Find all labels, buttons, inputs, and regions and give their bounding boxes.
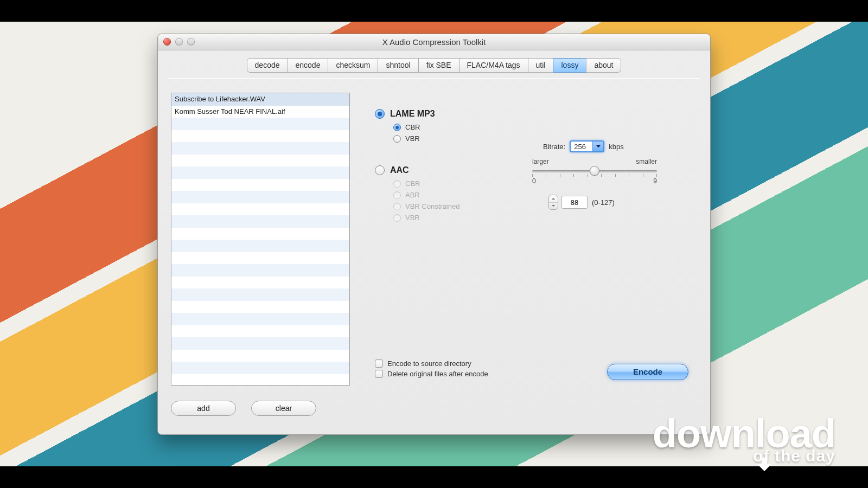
tab-about[interactable]: about <box>586 58 621 73</box>
lame-cbr-radio[interactable]: CBR <box>393 123 697 131</box>
list-item <box>171 374 349 386</box>
encoder-lame-radio[interactable]: LAME MP3 <box>375 109 697 119</box>
titlebar[interactable]: X Audio Compression Toolkit <box>158 34 710 50</box>
checkbox-icon <box>375 370 383 378</box>
radio-disabled-icon <box>393 214 401 222</box>
list-item <box>171 264 349 277</box>
delete-original-label: Delete original files after encode <box>387 370 488 378</box>
slider-left-label: larger <box>532 158 549 165</box>
slider-max: 9 <box>653 177 657 185</box>
list-item <box>171 240 349 252</box>
zoom-icon[interactable] <box>187 38 195 46</box>
tab-util[interactable]: util <box>528 58 554 73</box>
window-title: X Audio Compression Toolkit <box>382 37 486 47</box>
app-window: X Audio Compression Toolkit decodeencode… <box>157 34 711 435</box>
list-item <box>171 215 349 228</box>
chevron-down-icon[interactable] <box>549 203 558 210</box>
list-item <box>171 252 349 265</box>
aac-abr-label: ABR <box>405 191 420 199</box>
aac-vbr-radio: VBR <box>393 214 697 222</box>
minimize-icon[interactable] <box>175 38 183 46</box>
encoder-lame-label: LAME MP3 <box>390 109 435 119</box>
tab-lossy[interactable]: lossy <box>553 58 586 73</box>
list-item <box>171 118 349 130</box>
list-item <box>171 166 349 179</box>
quality-range-label: (0-127) <box>592 198 615 207</box>
aac-vbr-label: VBR <box>405 214 420 222</box>
slider-min: 0 <box>532 177 536 185</box>
list-item <box>171 228 349 240</box>
list-item <box>171 203 349 216</box>
radio-disabled-icon <box>393 191 401 199</box>
download-of-the-day-watermark: download of the day <box>653 419 835 462</box>
aac-vbrc-label: VBR Constrained <box>405 202 459 210</box>
chevron-down-icon <box>592 142 603 151</box>
list-item <box>171 350 349 362</box>
letterbox-top <box>0 0 868 22</box>
slider-thumb-icon[interactable] <box>590 166 599 176</box>
traffic-lights <box>163 38 195 46</box>
list-item <box>171 179 349 191</box>
tab-encode[interactable]: encode <box>288 58 329 73</box>
radio-selected-icon <box>393 124 401 131</box>
encode-button[interactable]: Encode <box>607 364 688 380</box>
tab-decode[interactable]: decode <box>247 58 288 73</box>
content-area: Subscribe to Lifehacker.WAVKomm Susser T… <box>158 82 710 434</box>
chevron-up-icon[interactable] <box>549 195 558 203</box>
radio-disabled-icon <box>393 180 401 188</box>
list-item <box>171 155 349 167</box>
quality-input[interactable] <box>561 196 588 209</box>
separator <box>168 78 700 79</box>
list-item <box>171 362 349 374</box>
radio-unselected-icon <box>375 165 385 175</box>
tab-shntool[interactable]: shntool <box>378 58 418 73</box>
close-icon[interactable] <box>163 38 171 46</box>
list-item <box>171 277 349 289</box>
bitrate-label: Bitrate: <box>543 143 565 151</box>
list-item <box>171 191 349 203</box>
bitrate-unit: kbps <box>609 143 623 151</box>
options-group: Encode to source directory Delete origin… <box>375 359 488 380</box>
list-item[interactable]: Subscribe to Lifehacker.WAV <box>171 93 349 106</box>
list-item <box>171 301 349 313</box>
quality-stepper[interactable] <box>548 195 588 210</box>
add-button[interactable]: add <box>171 401 236 416</box>
encoder-aac-label: AAC <box>390 165 409 175</box>
delete-original-checkbox[interactable]: Delete original files after encode <box>375 370 488 378</box>
file-list[interactable]: Subscribe to Lifehacker.WAVKomm Susser T… <box>171 93 350 386</box>
radio-unselected-icon <box>393 135 401 143</box>
slider-right-label: smaller <box>636 158 657 165</box>
list-item <box>171 130 349 143</box>
list-item <box>171 337 349 350</box>
encode-to-source-checkbox[interactable]: Encode to source directory <box>375 359 488 368</box>
bitrate-combo[interactable]: 256 <box>570 140 604 152</box>
checkbox-icon <box>375 359 383 368</box>
tab-fix-sbe[interactable]: fix SBE <box>418 58 459 73</box>
clear-button[interactable]: clear <box>251 401 316 416</box>
list-item <box>171 288 349 301</box>
lame-vbr-label: VBR <box>405 134 420 143</box>
encoder-panel: LAME MP3 CBR VBR AAC CBR ABR <box>375 109 697 225</box>
aac-cbr-label: CBR <box>405 179 420 188</box>
tab-bar: decodeencodechecksumshntoolfix SBEFLAC/M… <box>158 58 710 73</box>
list-item <box>171 313 349 325</box>
quality-slider[interactable] <box>532 166 657 176</box>
radio-selected-icon <box>375 109 385 119</box>
download-arrow-icon <box>757 458 771 474</box>
bitrate-value: 256 <box>574 143 592 151</box>
stepper-buttons[interactable] <box>548 195 558 210</box>
letterbox-bottom <box>0 466 868 488</box>
tab-checksum[interactable]: checksum <box>328 58 378 73</box>
list-item[interactable]: Komm Susser Tod NEAR FINAL.aif <box>171 106 349 118</box>
tab-flac-m4a-tags[interactable]: FLAC/M4A tags <box>459 58 528 73</box>
lame-cbr-label: CBR <box>405 123 420 131</box>
list-item <box>171 325 349 338</box>
radio-disabled-icon <box>393 203 401 210</box>
list-item <box>171 142 349 155</box>
encode-to-source-label: Encode to source directory <box>387 359 471 368</box>
